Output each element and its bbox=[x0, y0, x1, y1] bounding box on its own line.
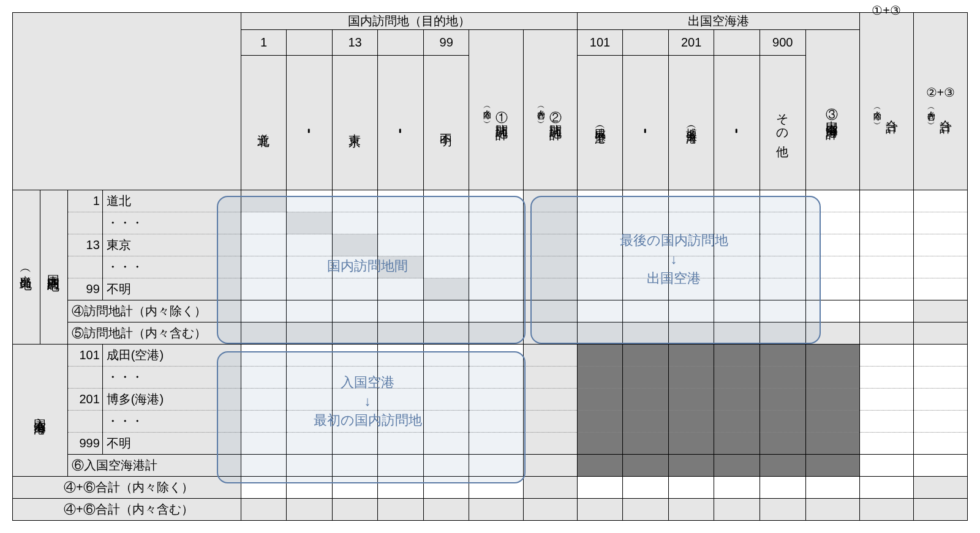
r5-num: 99 bbox=[68, 278, 102, 300]
row-total-46b: ④+⑥合計（内々含む） bbox=[13, 499, 968, 521]
num-99: 99 bbox=[423, 30, 469, 56]
num-1: 1 bbox=[241, 30, 287, 56]
sum2-label: ②訪問地計 bbox=[548, 101, 565, 119]
r12-num: 999 bbox=[68, 433, 102, 455]
row-fumei2: 999 不明 bbox=[13, 433, 968, 455]
col-dots4: ・・・ bbox=[714, 56, 760, 190]
row-dots4: ・・・ bbox=[13, 411, 968, 433]
hdr-departure-group: 出国空海港 bbox=[577, 13, 859, 30]
row-dots1: ・・・ bbox=[13, 212, 968, 234]
r2-name: ・・・ bbox=[102, 212, 241, 234]
row-sum6: ⑥入国空海港計 bbox=[13, 455, 968, 477]
col-douhoku: 道北 bbox=[241, 56, 287, 190]
row-dots2: ・・・ bbox=[13, 256, 968, 278]
r12-name: 不明 bbox=[102, 433, 241, 455]
sum1-label: ①訪問地計 bbox=[494, 101, 511, 119]
corner-blank bbox=[13, 13, 241, 190]
side-group1-inner: 国内訪問地 bbox=[40, 190, 68, 345]
num-900: 900 bbox=[760, 30, 805, 56]
od-matrix-table: 国内訪問地（目的地） 出国空海港 ①+③ 合計 （内々除く） ②+③ 合計 （内… bbox=[12, 12, 968, 521]
col-dots1: ・・・ bbox=[287, 56, 333, 190]
row-tokyo: 13 東京 bbox=[13, 234, 968, 256]
row-dots3: ・・・ bbox=[13, 367, 968, 389]
hdr-sum1: ①訪問地計 （内々除く） bbox=[469, 30, 523, 190]
hdr-total-b: ②+③ 合計 （内々含む） bbox=[913, 13, 967, 190]
row-sum5: ⑤訪問地計（内々含む） bbox=[13, 322, 968, 345]
sum2-sub: （内々含む） bbox=[536, 103, 547, 116]
total-a-sub: （内々除く） bbox=[872, 105, 883, 117]
row-narita: 入国空海港 101 成田(空港) bbox=[13, 345, 968, 367]
row-hakata: 201 博多(海港) bbox=[13, 389, 968, 411]
side-group1-outer: （出発地） bbox=[13, 190, 40, 345]
hdr-total-a: ①+③ 合計 （内々除く） bbox=[859, 13, 913, 190]
total-a-formula: ①+③ bbox=[860, 3, 913, 18]
num-101: 101 bbox=[577, 30, 623, 56]
r8-num: 101 bbox=[68, 345, 102, 367]
r14-name: ④+⑥合計（内々除く） bbox=[13, 477, 241, 499]
total-b-main: 合計 bbox=[938, 110, 955, 113]
col-narita: 成田（空港） bbox=[577, 56, 623, 190]
sum3-label: ③出国空海港計 bbox=[824, 98, 841, 119]
r10-name: 博多(海港) bbox=[102, 389, 241, 411]
r4-name: ・・・ bbox=[102, 256, 241, 278]
matrix-table-wrapper: 国内訪問地（目的地） 出国空海港 ①+③ 合計 （内々除く） ②+③ 合計 （内… bbox=[12, 12, 968, 521]
total-a-main: 合計 bbox=[884, 110, 901, 113]
r6-name: ④訪問地計（内々除く） bbox=[68, 300, 241, 322]
r15-name: ④+⑥合計（内々含む） bbox=[13, 499, 241, 521]
col-dots3: ・・・ bbox=[623, 56, 669, 190]
r7-name: ⑤訪問地計（内々含む） bbox=[68, 322, 241, 345]
r1-name: 道北 bbox=[102, 190, 241, 212]
r5-name: 不明 bbox=[102, 278, 241, 300]
side-group2: 入国空海港 bbox=[13, 345, 68, 477]
col-other: その他 bbox=[760, 56, 805, 190]
r3-name: 東京 bbox=[102, 234, 241, 256]
total-b-formula: ②+③ bbox=[914, 85, 967, 100]
hdr-domestic-group: 国内訪問地（目的地） bbox=[241, 13, 577, 30]
r9-name: ・・・ bbox=[102, 367, 241, 389]
r11-name: ・・・ bbox=[102, 411, 241, 433]
r8-name: 成田(空港) bbox=[102, 345, 241, 367]
num-201: 201 bbox=[668, 30, 714, 56]
row-sum4: ④訪問地計（内々除く） bbox=[13, 300, 968, 322]
row-fumei: 99 不明 bbox=[13, 278, 968, 300]
r3-num: 13 bbox=[68, 234, 102, 256]
sum1-sub: （内々除く） bbox=[482, 103, 493, 116]
hdr-sum2: ②訪問地計 （内々含む） bbox=[523, 30, 577, 190]
col-fumei: 不明 bbox=[423, 56, 469, 190]
r10-num: 201 bbox=[68, 389, 102, 411]
hdr-sum3: ③出国空海港計 bbox=[805, 30, 859, 190]
total-b-sub: （内々含む） bbox=[926, 105, 937, 117]
r1-num: 1 bbox=[68, 190, 102, 212]
r13-name: ⑥入国空海港計 bbox=[68, 455, 241, 477]
row-total-46a: ④+⑥合計（内々除く） bbox=[13, 477, 968, 499]
num-13: 13 bbox=[332, 30, 378, 56]
row-douhoku: （出発地） 国内訪問地 1 道北 bbox=[13, 190, 968, 212]
col-hakata: 博多（海港） bbox=[668, 56, 714, 190]
col-dots2: ・・・ bbox=[378, 56, 424, 190]
col-tokyo: 東京 bbox=[332, 56, 378, 190]
